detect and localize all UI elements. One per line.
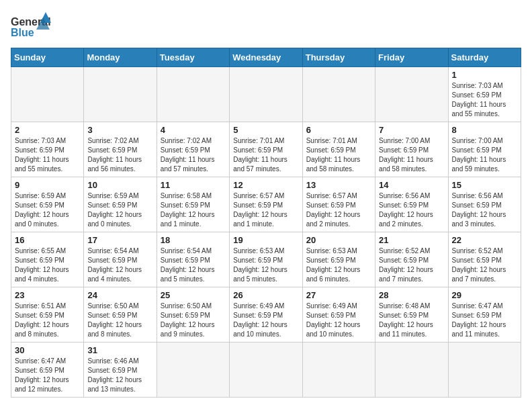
day-info: Sunrise: 7:01 AM Sunset: 6:59 PM Dayligh… xyxy=(306,136,371,174)
day-info: Sunrise: 6:59 AM Sunset: 6:59 PM Dayligh… xyxy=(15,191,80,229)
calendar-day-cell: 7Sunrise: 7:00 AM Sunset: 6:59 PM Daylig… xyxy=(375,122,448,177)
day-info: Sunrise: 7:00 AM Sunset: 6:59 PM Dayligh… xyxy=(379,136,444,174)
day-info: Sunrise: 6:53 AM Sunset: 6:59 PM Dayligh… xyxy=(233,246,298,284)
day-number: 5 xyxy=(233,125,298,135)
day-info: Sunrise: 6:46 AM Sunset: 6:59 PM Dayligh… xyxy=(87,357,152,394)
calendar-day-cell xyxy=(302,67,375,122)
calendar-day-cell: 15Sunrise: 6:56 AM Sunset: 6:59 PM Dayli… xyxy=(448,177,521,232)
day-number: 4 xyxy=(161,125,226,135)
day-number: 12 xyxy=(233,180,298,190)
calendar-day-cell: 10Sunrise: 6:59 AM Sunset: 6:59 PM Dayli… xyxy=(84,177,157,232)
calendar-day-cell: 27Sunrise: 6:49 AM Sunset: 6:59 PM Dayli… xyxy=(302,287,375,342)
day-info: Sunrise: 6:47 AM Sunset: 6:59 PM Dayligh… xyxy=(15,357,80,394)
calendar-day-cell: 3Sunrise: 7:02 AM Sunset: 6:59 PM Daylig… xyxy=(84,122,157,177)
day-number: 14 xyxy=(379,180,444,190)
day-info: Sunrise: 6:50 AM Sunset: 6:59 PM Dayligh… xyxy=(87,302,152,339)
calendar-day-cell: 9Sunrise: 6:59 AM Sunset: 6:59 PM Daylig… xyxy=(11,177,84,232)
calendar-day-cell: 21Sunrise: 6:52 AM Sunset: 6:59 PM Dayli… xyxy=(375,232,448,287)
day-info: Sunrise: 6:51 AM Sunset: 6:59 PM Dayligh… xyxy=(15,302,80,339)
calendar-table: SundayMondayTuesdayWednesdayThursdayFrid… xyxy=(11,48,521,398)
day-info: Sunrise: 6:49 AM Sunset: 6:59 PM Dayligh… xyxy=(233,302,298,339)
day-info: Sunrise: 6:59 AM Sunset: 6:59 PM Dayligh… xyxy=(87,191,152,229)
calendar-week-row: 30Sunrise: 6:47 AM Sunset: 6:59 PM Dayli… xyxy=(11,342,521,398)
calendar-week-row: 2Sunrise: 7:03 AM Sunset: 6:59 PM Daylig… xyxy=(11,122,521,177)
day-number: 6 xyxy=(306,125,371,135)
calendar-day-cell xyxy=(157,67,229,122)
calendar-day-cell: 26Sunrise: 6:49 AM Sunset: 6:59 PM Dayli… xyxy=(230,287,302,342)
day-info: Sunrise: 7:03 AM Sunset: 6:59 PM Dayligh… xyxy=(452,81,517,119)
calendar-day-cell xyxy=(375,342,448,398)
day-info: Sunrise: 7:01 AM Sunset: 6:59 PM Dayligh… xyxy=(233,136,298,174)
day-number: 20 xyxy=(306,235,371,245)
day-number: 21 xyxy=(379,235,444,245)
day-info: Sunrise: 6:53 AM Sunset: 6:59 PM Dayligh… xyxy=(306,246,371,284)
day-number: 3 xyxy=(87,125,152,135)
calendar-day-cell: 13Sunrise: 6:57 AM Sunset: 6:59 PM Dayli… xyxy=(302,177,375,232)
calendar-day-cell: 8Sunrise: 7:00 AM Sunset: 6:59 PM Daylig… xyxy=(448,122,521,177)
day-number: 22 xyxy=(452,235,517,245)
day-info: Sunrise: 7:03 AM Sunset: 6:59 PM Dayligh… xyxy=(15,136,80,174)
calendar-day-cell xyxy=(375,67,448,122)
day-info: Sunrise: 6:57 AM Sunset: 6:59 PM Dayligh… xyxy=(306,191,371,229)
calendar-day-cell: 12Sunrise: 6:57 AM Sunset: 6:59 PM Dayli… xyxy=(230,177,302,232)
calendar-day-cell: 1Sunrise: 7:03 AM Sunset: 6:59 PM Daylig… xyxy=(448,67,521,122)
day-info: Sunrise: 6:56 AM Sunset: 6:59 PM Dayligh… xyxy=(379,191,444,229)
calendar-day-cell: 28Sunrise: 6:48 AM Sunset: 6:59 PM Dayli… xyxy=(375,287,448,342)
day-number: 9 xyxy=(15,180,80,190)
day-info: Sunrise: 6:54 AM Sunset: 6:59 PM Dayligh… xyxy=(161,246,226,284)
day-info: Sunrise: 7:02 AM Sunset: 6:59 PM Dayligh… xyxy=(87,136,152,174)
day-of-week-header: Saturday xyxy=(448,48,521,67)
day-number: 1 xyxy=(452,70,517,80)
day-number: 15 xyxy=(452,180,517,190)
calendar-day-cell: 25Sunrise: 6:50 AM Sunset: 6:59 PM Dayli… xyxy=(157,287,229,342)
calendar-day-cell xyxy=(230,67,302,122)
day-number: 28 xyxy=(379,290,444,300)
day-number: 13 xyxy=(306,180,371,190)
calendar-day-cell: 6Sunrise: 7:01 AM Sunset: 6:59 PM Daylig… xyxy=(302,122,375,177)
day-number: 7 xyxy=(379,125,444,135)
day-info: Sunrise: 6:55 AM Sunset: 6:59 PM Dayligh… xyxy=(15,246,80,284)
day-number: 30 xyxy=(15,345,80,355)
calendar-day-cell xyxy=(230,342,302,398)
day-info: Sunrise: 6:57 AM Sunset: 6:59 PM Dayligh… xyxy=(233,191,298,229)
day-number: 31 xyxy=(87,345,152,355)
calendar-day-cell: 30Sunrise: 6:47 AM Sunset: 6:59 PM Dayli… xyxy=(11,342,84,398)
calendar-day-cell xyxy=(11,67,84,122)
day-number: 27 xyxy=(306,290,371,300)
day-number: 23 xyxy=(15,290,80,300)
svg-text:Blue: Blue xyxy=(11,27,34,38)
calendar-week-row: 16Sunrise: 6:55 AM Sunset: 6:59 PM Dayli… xyxy=(11,232,521,287)
calendar-day-cell: 14Sunrise: 6:56 AM Sunset: 6:59 PM Dayli… xyxy=(375,177,448,232)
day-info: Sunrise: 7:00 AM Sunset: 6:59 PM Dayligh… xyxy=(452,136,517,174)
calendar-day-cell: 19Sunrise: 6:53 AM Sunset: 6:59 PM Dayli… xyxy=(230,232,302,287)
day-number: 19 xyxy=(233,235,298,245)
calendar-day-cell: 4Sunrise: 7:02 AM Sunset: 6:59 PM Daylig… xyxy=(157,122,229,177)
calendar-week-row: 1Sunrise: 7:03 AM Sunset: 6:59 PM Daylig… xyxy=(11,67,521,122)
calendar-day-cell: 29Sunrise: 6:47 AM Sunset: 6:59 PM Dayli… xyxy=(448,287,521,342)
calendar-day-cell: 2Sunrise: 7:03 AM Sunset: 6:59 PM Daylig… xyxy=(11,122,84,177)
calendar-day-cell: 22Sunrise: 6:52 AM Sunset: 6:59 PM Dayli… xyxy=(448,232,521,287)
calendar-day-cell: 31Sunrise: 6:46 AM Sunset: 6:59 PM Dayli… xyxy=(84,342,157,398)
day-info: Sunrise: 6:58 AM Sunset: 6:59 PM Dayligh… xyxy=(161,191,226,229)
day-number: 29 xyxy=(452,290,517,300)
day-info: Sunrise: 7:02 AM Sunset: 6:59 PM Dayligh… xyxy=(161,136,226,174)
calendar-day-cell xyxy=(157,342,229,398)
day-number: 10 xyxy=(87,180,152,190)
day-of-week-header: Sunday xyxy=(11,48,84,67)
day-of-week-header: Monday xyxy=(84,48,157,67)
day-of-week-header: Tuesday xyxy=(157,48,229,67)
day-number: 25 xyxy=(161,290,226,300)
logo-icon: General Blue xyxy=(11,11,51,41)
day-of-week-header: Wednesday xyxy=(230,48,302,67)
day-info: Sunrise: 6:52 AM Sunset: 6:59 PM Dayligh… xyxy=(379,246,444,284)
day-number: 11 xyxy=(161,180,226,190)
calendar-day-cell: 24Sunrise: 6:50 AM Sunset: 6:59 PM Dayli… xyxy=(84,287,157,342)
day-info: Sunrise: 6:50 AM Sunset: 6:59 PM Dayligh… xyxy=(161,302,226,339)
day-number: 18 xyxy=(161,235,226,245)
calendar-day-cell: 17Sunrise: 6:54 AM Sunset: 6:59 PM Dayli… xyxy=(84,232,157,287)
day-info: Sunrise: 6:49 AM Sunset: 6:59 PM Dayligh… xyxy=(306,302,371,339)
calendar-day-cell xyxy=(448,342,521,398)
day-info: Sunrise: 6:48 AM Sunset: 6:59 PM Dayligh… xyxy=(379,302,444,339)
logo: General Blue xyxy=(11,11,51,41)
day-number: 8 xyxy=(452,125,517,135)
